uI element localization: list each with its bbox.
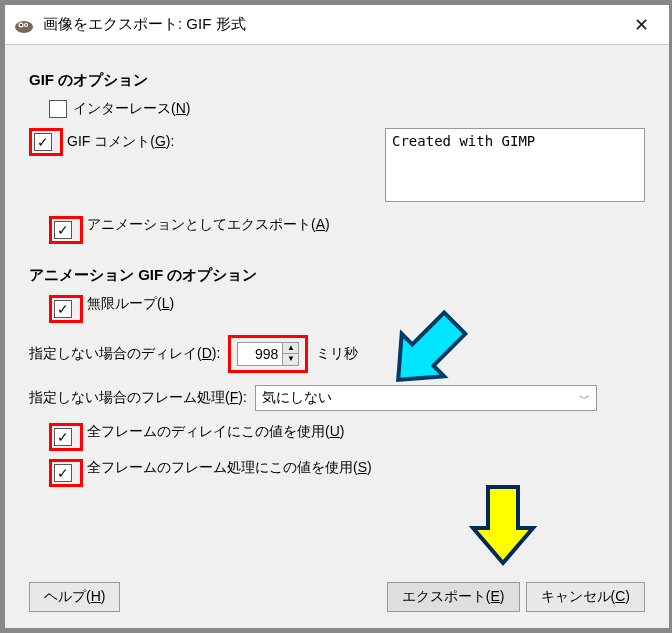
use-delay-row: 全フレームのディレイにこの値を使用(U): [49, 423, 645, 451]
close-icon: ✕: [634, 14, 649, 36]
frame-proc-value: 気にしない: [262, 389, 332, 407]
loop-label: 無限ループ(L): [87, 295, 174, 313]
comment-textarea[interactable]: [385, 128, 645, 202]
anim-gif-options-title: アニメーション GIF のオプション: [29, 266, 645, 285]
loop-checkbox[interactable]: [54, 300, 72, 318]
button-row: ヘルプ(H) エクスポート(E) キャンセル(C): [29, 582, 645, 612]
chevron-down-icon: ﹀: [579, 391, 590, 406]
use-delay-label: 全フレームのディレイにこの値を使用(U): [87, 423, 344, 441]
svg-point-0: [15, 21, 33, 33]
use-proc-label: 全フレームのフレーム処理にこの値を使用(S): [87, 459, 372, 477]
delay-unit: ミリ秒: [316, 345, 358, 363]
gif-options-title: GIF のオプション: [29, 71, 645, 90]
animation-row: アニメーションとしてエクスポート(A): [49, 216, 645, 244]
highlight-box: [49, 423, 83, 451]
titlebar: 画像をエクスポート: GIF 形式 ✕: [5, 5, 669, 45]
highlight-box: [49, 459, 83, 487]
highlight-box: [29, 128, 63, 156]
right-buttons: エクスポート(E) キャンセル(C): [387, 582, 645, 612]
spinner-up[interactable]: ▲: [283, 343, 298, 354]
frame-proc-row: 指定しない場合のフレーム処理(F): 気にしない ﹀: [29, 385, 645, 411]
delay-spinner: ▲ ▼: [237, 342, 299, 366]
highlight-box: [49, 295, 83, 323]
gimp-icon: [13, 14, 35, 36]
animation-checkbox[interactable]: [54, 221, 72, 239]
loop-row: 無限ループ(L): [49, 295, 645, 323]
export-button[interactable]: エクスポート(E): [387, 582, 520, 612]
svg-point-2: [20, 24, 22, 26]
use-proc-checkbox[interactable]: [54, 464, 72, 482]
use-delay-checkbox[interactable]: [54, 428, 72, 446]
content-area: GIF のオプション インターレース(N) GIF コメント(G): アニメーシ…: [5, 45, 669, 505]
arrow-yellow-icon: [453, 473, 553, 573]
interlace-checkbox[interactable]: [49, 100, 67, 118]
cancel-button[interactable]: キャンセル(C): [526, 582, 645, 612]
delay-row: 指定しない場合のディレイ(D): ▲ ▼ ミリ秒: [29, 335, 645, 373]
interlace-row: インターレース(N): [49, 100, 645, 118]
close-button[interactable]: ✕: [621, 5, 661, 45]
dialog-window: 画像をエクスポート: GIF 形式 ✕ GIF のオプション インターレース(N…: [4, 4, 670, 629]
use-proc-row: 全フレームのフレーム処理にこの値を使用(S): [49, 459, 645, 487]
window-title: 画像をエクスポート: GIF 形式: [43, 15, 621, 34]
comment-checkbox[interactable]: [34, 133, 52, 151]
delay-label: 指定しない場合のディレイ(D):: [29, 345, 220, 363]
help-button[interactable]: ヘルプ(H): [29, 582, 120, 612]
highlight-box: ▲ ▼: [228, 335, 308, 373]
spinner-down[interactable]: ▼: [283, 354, 298, 365]
animation-label: アニメーションとしてエクスポート(A): [87, 216, 330, 234]
delay-input[interactable]: [238, 343, 282, 365]
comment-label: GIF コメント(G):: [67, 133, 174, 151]
comment-row: GIF コメント(G):: [29, 128, 645, 202]
frame-proc-select[interactable]: 気にしない ﹀: [255, 385, 597, 411]
frame-proc-label: 指定しない場合のフレーム処理(F):: [29, 389, 247, 407]
spinner-buttons: ▲ ▼: [282, 343, 298, 365]
svg-point-4: [25, 24, 27, 26]
highlight-box: [49, 216, 83, 244]
comment-left: GIF コメント(G):: [29, 128, 174, 156]
interlace-label: インターレース(N): [73, 100, 190, 118]
